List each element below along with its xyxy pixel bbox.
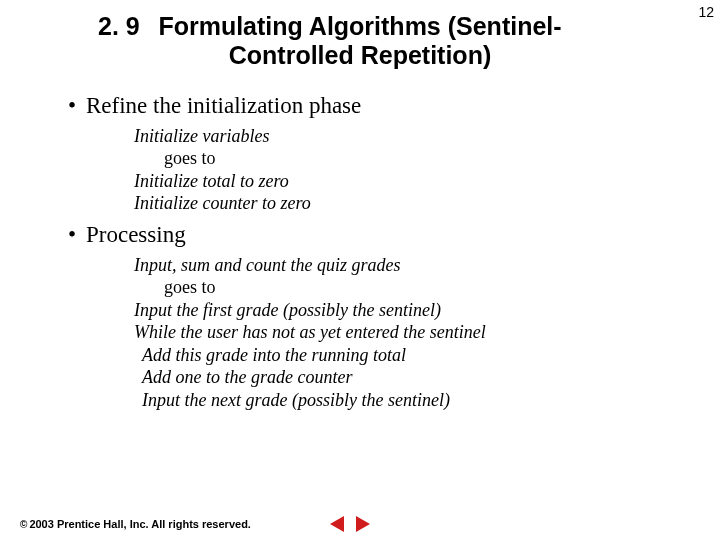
- init-goes-to: goes to: [164, 147, 668, 170]
- section-number: 2. 9: [98, 12, 140, 41]
- bullet-dot-icon: •: [68, 92, 86, 121]
- proc-block: Input, sum and count the quiz grades goe…: [134, 254, 668, 412]
- section-title: Formulating Algorithms (Sentinel-Control…: [145, 12, 575, 70]
- init-block: Initialize variables goes to Initialize …: [134, 125, 668, 215]
- prev-icon[interactable]: [330, 516, 344, 532]
- bullet-refine: •Refine the initialization phase: [68, 92, 668, 121]
- footer: © 2003 Prentice Hall, Inc. All rights re…: [20, 518, 251, 530]
- nav-controls: [330, 516, 370, 532]
- init-counter: Initialize counter to zero: [134, 192, 668, 215]
- bullet-processing: •Processing: [68, 221, 668, 250]
- title-row: 2. 9 Formulating Algorithms (Sentinel-Co…: [0, 12, 720, 70]
- bullet-text: Processing: [86, 222, 186, 247]
- proc-add-total: Add this grade into the running total: [142, 344, 668, 367]
- footer-text: 2003 Prentice Hall, Inc. All rights rese…: [29, 518, 251, 530]
- bullet-dot-icon: •: [68, 221, 86, 250]
- proc-input-first: Input the first grade (possibly the sent…: [134, 299, 668, 322]
- next-icon[interactable]: [356, 516, 370, 532]
- proc-input-sum: Input, sum and count the quiz grades: [134, 254, 668, 277]
- proc-while: While the user has not as yet entered th…: [134, 321, 668, 344]
- slide: 12 2. 9 Formulating Algorithms (Sentinel…: [0, 0, 720, 540]
- init-variables: Initialize variables: [134, 125, 668, 148]
- bullet-text: Refine the initialization phase: [86, 93, 361, 118]
- proc-goes-to: goes to: [164, 276, 668, 299]
- content: •Refine the initialization phase Initial…: [68, 92, 668, 411]
- proc-add-counter: Add one to the grade counter: [142, 366, 668, 389]
- proc-input-next: Input the next grade (possibly the senti…: [142, 389, 668, 412]
- init-total: Initialize total to zero: [134, 170, 668, 193]
- copyright-icon: ©: [20, 519, 27, 530]
